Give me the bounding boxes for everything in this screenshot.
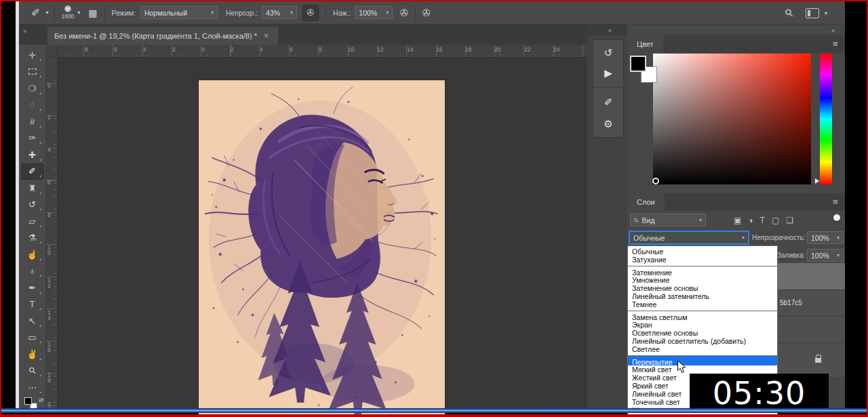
chevron-down-icon[interactable]: ▾ xyxy=(45,9,48,16)
pen-tool[interactable]: ✒ xyxy=(21,279,44,296)
foreground-color-chip[interactable] xyxy=(24,397,32,405)
hue-slider-marker[interactable] xyxy=(815,178,819,184)
blend-mode-option[interactable]: Мягкий свет xyxy=(628,365,777,374)
paint-bucket-tool[interactable]: ⚗ xyxy=(21,230,44,247)
type-tool[interactable]: T xyxy=(21,296,44,313)
saturation-brightness-field[interactable] xyxy=(653,54,811,184)
eyedropper-tool[interactable]: ✑ xyxy=(21,130,44,147)
brush-settings-panel-icon[interactable]: ⚙ xyxy=(593,114,623,134)
move-tool[interactable]: ✛ xyxy=(21,47,44,64)
foreground-color-swatch[interactable] xyxy=(630,56,646,72)
search-icon[interactable]: ⚲ xyxy=(782,6,796,20)
color-field-marker[interactable] xyxy=(652,178,659,184)
blend-mode-option[interactable]: Умножение xyxy=(628,276,777,284)
brush-settings-toggle-icon[interactable]: ▦ xyxy=(88,7,97,18)
blend-mode-option[interactable]: Обычные xyxy=(628,247,777,256)
layer-row-selected[interactable] xyxy=(778,263,845,290)
layers-panel-menu-icon[interactable]: ≡ xyxy=(833,197,838,207)
panel-expand-icon[interactable]: » xyxy=(831,27,834,34)
chevron-down-icon: ▾ xyxy=(386,9,389,16)
swap-colors-icon[interactable]: ⇄ xyxy=(39,397,44,403)
airbrush-icon[interactable]: ✇ xyxy=(400,7,408,18)
toolbar-collapse-icon[interactable]: » xyxy=(23,28,26,35)
collapsed-panel-dock: ↺ ▶ ✐ ⚙ xyxy=(593,39,624,138)
opacity-select[interactable]: 43%▾ xyxy=(262,6,297,19)
history-panel-icon[interactable]: ↺ xyxy=(593,43,623,63)
layer-row[interactable]: 5b17c5 xyxy=(778,290,845,316)
brush-preset-picker[interactable]: 1600 xyxy=(61,5,74,20)
dodge-tool[interactable]: ♁ xyxy=(21,263,44,280)
tab-color[interactable]: Цвет xyxy=(627,35,663,53)
layer-name-fragment: 5b17c5 xyxy=(780,299,802,306)
blend-mode-option[interactable]: Светлее xyxy=(628,345,777,353)
blend-mode-option[interactable]: Темнее xyxy=(628,300,777,309)
quick-selection-tool[interactable]: ◌ xyxy=(21,97,44,114)
smudge-tool[interactable]: ☝ xyxy=(21,246,44,263)
rectangular-marquee-tool[interactable] xyxy=(21,64,44,81)
blend-mode-option[interactable]: Затухание xyxy=(628,256,777,264)
hand-tool[interactable]: ✌ xyxy=(21,346,44,363)
blend-mode-option[interactable]: Линейный затемнитель xyxy=(628,292,777,300)
blend-mode-option[interactable]: Замена светлым xyxy=(628,311,777,321)
color-panel-menu-icon[interactable]: ≡ xyxy=(833,39,838,49)
dock-collapse-icon[interactable]: « xyxy=(608,27,611,34)
blend-mode-option[interactable]: Перекрытие xyxy=(628,355,777,365)
actions-panel-icon[interactable]: ▶ xyxy=(593,63,623,83)
document-tab[interactable]: Без имени-1 @ 19,2% (Карта градиента 1, … xyxy=(47,27,278,45)
layers-opacity-label: Непрозрачность: xyxy=(752,234,806,241)
filter-type-layers-icon[interactable]: T xyxy=(760,216,765,225)
filter-shape-layers-icon[interactable]: ▢ xyxy=(772,216,779,225)
blend-mode-option[interactable]: Затемнение основы xyxy=(628,284,777,292)
layers-blend-mode-select[interactable]: Обычные ▾ xyxy=(629,231,749,245)
filter-adjustment-layers-icon[interactable]: ◑ xyxy=(748,216,753,225)
smoothing-icon[interactable]: ✇ xyxy=(422,7,431,18)
chevron-down-icon[interactable]: ▾ xyxy=(825,10,827,16)
lasso-tool[interactable]: ❍ xyxy=(21,80,44,97)
flow-select[interactable]: 100%▾ xyxy=(355,6,393,19)
eraser-tool[interactable]: ▱ xyxy=(21,213,44,230)
document-canvas-artwork[interactable] xyxy=(198,79,446,416)
layer-row-background[interactable] xyxy=(778,342,845,377)
filter-smart-objects-icon[interactable]: ❏ xyxy=(786,216,793,225)
blend-mode-option[interactable]: Затемнение xyxy=(628,266,777,276)
blend-mode-option[interactable]: Линейный осветлитель (добавить) xyxy=(628,337,777,345)
brush-tool-preview-icon[interactable]: ✐ xyxy=(31,6,40,19)
crop-tool[interactable]: # xyxy=(21,113,44,130)
path-selection-tool[interactable]: ↖ xyxy=(21,313,44,330)
ruler-label: 14 xyxy=(406,46,413,53)
layer-filter-toggle[interactable] xyxy=(833,214,840,221)
brush-tool[interactable]: ✐ xyxy=(21,163,44,180)
tab-layers[interactable]: Слои xyxy=(627,193,665,211)
blend-mode-select[interactable]: Нормальный▾ xyxy=(140,6,218,19)
toolbar-ellipsis[interactable]: ⋯ xyxy=(21,379,44,396)
layer-row[interactable] xyxy=(778,316,845,342)
blend-mode-option[interactable]: Экран xyxy=(628,321,777,329)
chevron-down-icon: ▾ xyxy=(290,9,293,16)
history-brush-tool[interactable]: ↺ xyxy=(21,197,44,214)
layers-fill-select[interactable]: 100% ▾ xyxy=(807,249,844,262)
desktop-right-strip xyxy=(845,1,867,408)
layer-filter-select[interactable]: ⚲ Вид ▾ xyxy=(630,214,706,226)
divider xyxy=(54,5,55,21)
healing-brush-tool[interactable]: ✚ xyxy=(21,146,44,163)
hue-slider[interactable] xyxy=(820,54,832,184)
zoom-tool[interactable]: ⚲ xyxy=(21,363,44,380)
timer-value: 05:30 xyxy=(713,375,806,412)
chevron-down-icon: ▾ xyxy=(699,217,702,223)
filter-pixel-layers-icon[interactable]: ▣ xyxy=(734,216,741,225)
layer-filter-icons: ▣◑T▢❏ xyxy=(734,216,793,225)
workspace-icon[interactable] xyxy=(806,8,819,18)
layers-opacity-select[interactable]: 100% ▾ xyxy=(807,231,844,244)
brushes-panel-icon[interactable]: ✐ xyxy=(593,87,623,114)
close-icon[interactable]: × xyxy=(264,31,269,41)
chevron-down-icon[interactable]: ▾ xyxy=(77,9,80,16)
blend-mode-option[interactable]: Осветление основы xyxy=(628,329,777,337)
video-progress-bar[interactable] xyxy=(0,408,868,413)
ruler-label: 4 xyxy=(47,148,51,153)
ruler-label: 2 xyxy=(47,115,51,121)
rectangle-tool[interactable]: ▭ xyxy=(21,330,44,346)
clone-stamp-tool[interactable]: ♜ xyxy=(21,180,44,197)
pressure-opacity-button[interactable]: ✇ xyxy=(302,5,319,21)
ruler-label: 18 xyxy=(464,46,471,53)
ruler-label: 8 xyxy=(317,46,322,53)
